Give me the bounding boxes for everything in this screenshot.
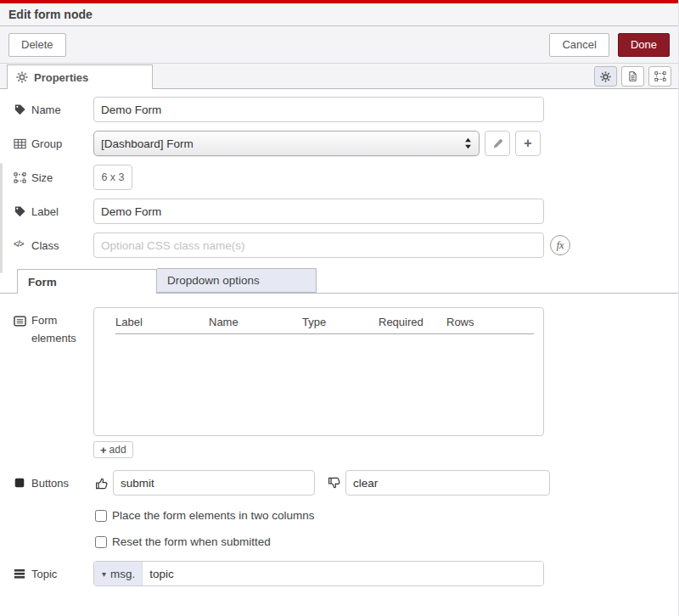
code-icon: </>	[14, 239, 26, 252]
tag-icon	[14, 205, 26, 218]
done-button[interactable]: Done	[618, 33, 670, 57]
document-icon	[627, 70, 638, 82]
object-group-icon	[14, 171, 26, 184]
form-elements-label: Form elements	[14, 307, 93, 436]
name-input[interactable]	[93, 97, 544, 122]
tab-form[interactable]: Form	[17, 269, 157, 294]
description-button[interactable]	[621, 66, 644, 87]
column-header-required: Required	[379, 316, 446, 328]
column-header-label: Label	[115, 316, 209, 328]
expression-button[interactable]: fx	[550, 235, 570, 255]
topic-type-label: msg.	[110, 568, 135, 580]
cancel-button[interactable]: Cancel	[549, 33, 609, 57]
tag-icon	[14, 104, 26, 116]
add-element-button[interactable]: + add	[93, 441, 133, 458]
reset-form-checkbox[interactable]	[95, 536, 107, 548]
table-icon	[14, 137, 26, 150]
name-row: Name	[14, 97, 678, 122]
thumbs-up-icon	[95, 476, 109, 490]
list-alt-icon	[14, 315, 26, 328]
gear-icon	[600, 71, 611, 82]
form-elements-headers: Label Name Type Required Rows	[94, 308, 543, 333]
two-columns-label[interactable]: Place the form elements in two columns	[112, 509, 315, 522]
size-button[interactable]: 6 x 3	[93, 165, 132, 190]
reset-form-option: Reset the form when submitted	[95, 535, 678, 548]
reset-form-label[interactable]: Reset the form when submitted	[112, 535, 271, 548]
two-columns-option: Place the form elements in two columns	[95, 509, 678, 522]
column-header-type: Type	[302, 316, 379, 328]
label-row: Label	[14, 199, 678, 224]
properties-gear-button[interactable]	[594, 66, 617, 87]
tab-properties[interactable]: Properties	[7, 64, 153, 89]
topic-type-select[interactable]: ▾ msg.	[94, 562, 143, 585]
column-header-rows: Rows	[446, 316, 543, 328]
editor-tab-bar: Properties	[0, 64, 678, 89]
topic-row: Topic ▾ msg.	[14, 561, 678, 586]
pencil-icon	[492, 138, 503, 149]
submit-button-input[interactable]	[113, 470, 315, 496]
topic-input[interactable]	[143, 562, 543, 585]
header-divider	[115, 333, 534, 334]
edit-group-button[interactable]	[485, 131, 510, 156]
size-label: Size	[14, 171, 93, 184]
tab-properties-label: Properties	[34, 71, 88, 84]
label-input[interactable]	[93, 199, 544, 224]
plus-icon: +	[100, 444, 107, 456]
group-label: Group	[14, 137, 93, 150]
column-header-name: Name	[209, 316, 302, 328]
clear-button-input[interactable]	[345, 470, 550, 496]
class-row: </> Class fx	[14, 232, 678, 258]
group-select[interactable]: [Dashboard] Form	[93, 131, 480, 156]
select-arrows-icon	[464, 137, 472, 149]
name-label: Name	[14, 104, 93, 116]
label-label: Label	[14, 205, 93, 218]
properties-panel: Name Group [Dashboard] Form	[0, 97, 678, 586]
topic-label: Topic	[14, 568, 93, 580]
buttons-row: Buttons	[14, 470, 678, 496]
add-group-button[interactable]: +	[515, 131, 541, 156]
group-select-value: [Dashboard] Form	[101, 137, 194, 150]
group-row: Group [Dashboard] Form +	[14, 131, 678, 156]
two-columns-checkbox[interactable]	[95, 510, 107, 522]
appearance-button[interactable]	[648, 66, 671, 87]
tasks-icon	[14, 568, 26, 580]
dialog-header: Edit form node	[0, 3, 678, 26]
caret-down-icon: ▾	[102, 569, 106, 579]
editor-tab-icons	[594, 66, 671, 87]
form-elements-section: Form elements Label Name Type Required R…	[14, 307, 678, 436]
gear-icon	[16, 71, 28, 83]
dialog-title: Edit form node	[8, 8, 93, 21]
object-group-icon	[654, 70, 666, 82]
plus-icon: +	[524, 136, 531, 151]
size-row: Size 6 x 3	[14, 165, 678, 190]
square-icon	[14, 477, 26, 490]
class-label: </> Class	[14, 239, 93, 252]
form-subtab-bar: Form Dropdown options	[0, 268, 678, 294]
buttons-label: Buttons	[14, 477, 93, 490]
form-elements-list[interactable]: Label Name Type Required Rows	[93, 307, 544, 436]
fx-icon: fx	[557, 239, 564, 252]
thumbs-down-icon	[328, 476, 342, 490]
topic-typed-input: ▾ msg.	[93, 561, 544, 586]
tab-dropdown-options[interactable]: Dropdown options	[157, 268, 317, 293]
class-input[interactable]	[93, 232, 544, 258]
delete-button[interactable]: Delete	[8, 33, 66, 57]
dialog-toolbar: Delete Cancel Done	[0, 26, 678, 64]
scrollbar-thumb[interactable]	[0, 163, 3, 273]
